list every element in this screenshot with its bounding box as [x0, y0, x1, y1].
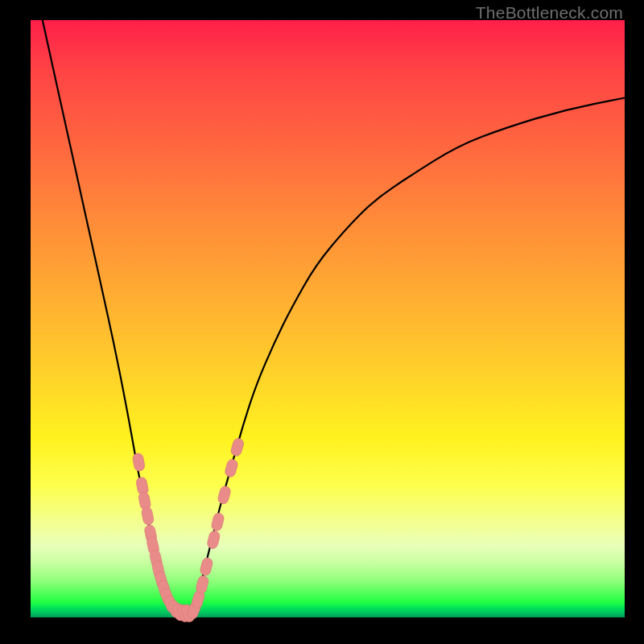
data-marker — [132, 452, 146, 472]
svg-rect-24 — [230, 437, 246, 457]
svg-rect-0 — [132, 452, 146, 472]
data-marker — [224, 458, 239, 478]
svg-rect-3 — [141, 506, 155, 526]
right-branch-curve — [191, 98, 625, 615]
data-marker — [199, 557, 213, 576]
marker-layer — [132, 437, 245, 623]
curve-layer — [43, 20, 625, 614]
data-marker — [217, 485, 231, 506]
watermark-text: TheBottleneck.com — [476, 3, 623, 23]
data-marker — [195, 575, 209, 594]
left-branch-curve — [43, 20, 173, 614]
svg-rect-22 — [217, 485, 231, 506]
data-marker — [211, 512, 225, 531]
chart-frame: TheBottleneck.com — [0, 0, 644, 644]
data-marker — [141, 506, 155, 526]
svg-rect-23 — [224, 458, 239, 478]
svg-rect-21 — [211, 512, 225, 531]
data-marker — [230, 437, 246, 457]
svg-rect-20 — [206, 530, 221, 549]
svg-rect-18 — [195, 575, 209, 594]
chart-svg — [31, 20, 625, 617]
data-marker — [206, 530, 221, 549]
svg-rect-19 — [199, 557, 213, 576]
